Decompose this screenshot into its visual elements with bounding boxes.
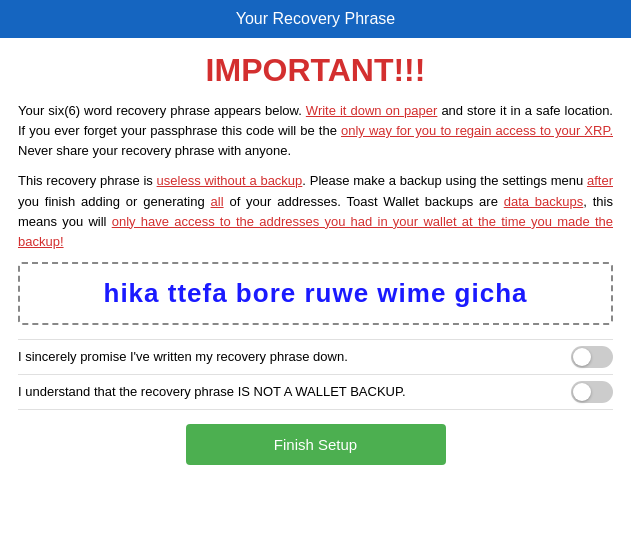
paragraph-2: This recovery phrase is useless without … [18, 171, 613, 252]
header-title: Your Recovery Phrase [236, 10, 396, 27]
para2-text1: This recovery phrase is [18, 173, 157, 188]
recovery-phrase-text: hika ttefa bore ruwe wime gicha [104, 278, 528, 308]
recovery-phrase-box: hika ttefa bore ruwe wime gicha [18, 262, 613, 325]
para1-link1: Write it down on paper [306, 103, 438, 118]
para2-text4: of your addresses. Toast Wallet backups … [224, 194, 504, 209]
para1-text1: Your six(6) word recovery phrase appears… [18, 103, 306, 118]
para2-text2: . Please make a backup using the setting… [302, 173, 587, 188]
promise2-label: I understand that the recovery phrase IS… [18, 384, 406, 399]
promise1-label: I sincerely promise I've written my reco… [18, 349, 348, 364]
promise1-toggle[interactable] [571, 346, 613, 368]
para1-text3: Never share your recovery phrase with an… [18, 143, 291, 158]
promise2-toggle[interactable] [571, 381, 613, 403]
page-header: Your Recovery Phrase [0, 0, 631, 38]
paragraph-1: Your six(6) word recovery phrase appears… [18, 101, 613, 161]
para2-link2: after [587, 173, 613, 188]
finish-setup-button[interactable]: Finish Setup [186, 424, 446, 465]
para2-link1: useless without a backup [157, 173, 303, 188]
para1-link2: only way for you to regain access to you… [341, 123, 613, 138]
promise-row-2: I understand that the recovery phrase IS… [18, 374, 613, 410]
main-content: IMPORTANT!!! Your six(6) word recovery p… [0, 38, 631, 477]
important-heading: IMPORTANT!!! [18, 52, 613, 89]
para2-link3: all [211, 194, 224, 209]
promise-row-1: I sincerely promise I've written my reco… [18, 339, 613, 374]
para2-text3: you finish adding or generating [18, 194, 211, 209]
para2-link4: data backups [504, 194, 584, 209]
